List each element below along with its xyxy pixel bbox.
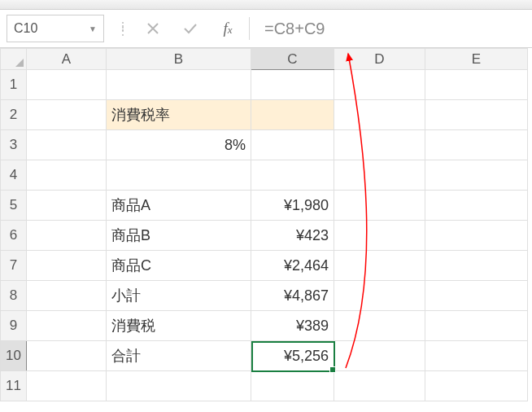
cell-A10[interactable] xyxy=(27,341,107,371)
cell-D2[interactable] xyxy=(334,100,425,130)
confirm-formula-button[interactable] xyxy=(174,15,207,42)
cell-B2[interactable]: 消費税率 xyxy=(107,100,251,130)
cell-A3[interactable] xyxy=(27,130,107,160)
x-icon xyxy=(146,22,159,35)
cell-D11[interactable] xyxy=(334,371,425,401)
cell-B3[interactable]: 8% xyxy=(107,130,251,160)
cell-D10[interactable] xyxy=(334,341,425,371)
ribbon-stub xyxy=(0,0,532,10)
row-header-9[interactable]: 9 xyxy=(1,311,27,341)
cell-B5[interactable]: 商品A xyxy=(107,191,251,221)
cell-D1[interactable] xyxy=(334,70,425,100)
cell-D4[interactable] xyxy=(334,160,425,191)
cell-B4[interactable] xyxy=(107,160,251,191)
cell-A11[interactable] xyxy=(27,371,107,401)
cell-B9[interactable]: 消費税 xyxy=(107,311,251,341)
cell-D8[interactable] xyxy=(334,281,425,311)
row-header-8[interactable]: 8 xyxy=(1,281,27,311)
spreadsheet-grid: A B C D E 1 2 消費税率 3 8% xyxy=(0,47,532,401)
col-header-D[interactable]: D xyxy=(334,49,425,70)
cell-C6[interactable]: ¥423 xyxy=(251,221,334,251)
formula-bar: C10 ▼ ⋮⋮ fx =C8+C9 xyxy=(0,10,532,47)
cell-C1[interactable] xyxy=(251,70,334,100)
cell-B11[interactable] xyxy=(107,371,251,401)
cell-E10[interactable] xyxy=(425,341,528,371)
col-header-E[interactable]: E xyxy=(425,49,528,70)
check-icon xyxy=(183,22,198,35)
insert-function-button[interactable]: fx xyxy=(211,15,244,42)
cell-E3[interactable] xyxy=(425,130,528,160)
cell-E7[interactable] xyxy=(425,251,528,281)
cell-A2[interactable] xyxy=(27,100,107,130)
cell-C3[interactable] xyxy=(251,130,334,160)
row-header-3[interactable]: 3 xyxy=(1,130,27,160)
row-header-11[interactable]: 11 xyxy=(1,371,27,401)
row-header-1[interactable]: 1 xyxy=(1,70,27,100)
cell-C4[interactable] xyxy=(251,160,334,191)
cell-A4[interactable] xyxy=(27,160,107,191)
cell-C10[interactable]: ¥5,256 xyxy=(251,341,334,371)
row-header-5[interactable]: 5 xyxy=(1,191,27,221)
cell-D3[interactable] xyxy=(334,130,425,160)
cell-A1[interactable] xyxy=(27,70,107,100)
cancel-formula-button[interactable] xyxy=(137,15,169,42)
cell-E5[interactable] xyxy=(425,191,528,221)
formula-text: =C8+C9 xyxy=(264,20,325,38)
row-header-7[interactable]: 7 xyxy=(1,251,27,281)
cell-E8[interactable] xyxy=(425,281,528,311)
cell-D9[interactable] xyxy=(334,311,425,341)
row-header-10[interactable]: 10 xyxy=(1,341,27,371)
cell-B8[interactable]: 小計 xyxy=(107,281,251,311)
name-box-dropdown-icon[interactable]: ▼ xyxy=(89,24,97,33)
cell-B1[interactable] xyxy=(107,70,251,100)
cell-C5[interactable]: ¥1,980 xyxy=(251,191,334,221)
cell-D5[interactable] xyxy=(334,191,425,221)
grid-table: A B C D E 1 2 消費税率 3 8% xyxy=(0,48,528,401)
cell-C8[interactable]: ¥4,867 xyxy=(251,281,334,311)
cell-E4[interactable] xyxy=(425,160,528,191)
cell-B6[interactable]: 商品B xyxy=(107,221,251,251)
name-box[interactable]: C10 ▼ xyxy=(7,15,104,42)
cell-A8[interactable] xyxy=(27,281,107,311)
formula-bar-divider xyxy=(249,17,250,40)
name-box-value: C10 xyxy=(14,21,37,36)
cell-C9[interactable]: ¥389 xyxy=(251,311,334,341)
formula-bar-grip-icon[interactable]: ⋮⋮ xyxy=(117,24,124,33)
cell-C7[interactable]: ¥2,464 xyxy=(251,251,334,281)
cell-D6[interactable] xyxy=(334,221,425,251)
cell-E11[interactable] xyxy=(425,371,528,401)
col-header-A[interactable]: A xyxy=(27,49,107,70)
cell-C11[interactable] xyxy=(251,371,334,401)
select-all-corner[interactable] xyxy=(1,49,27,70)
row-header-4[interactable]: 4 xyxy=(1,160,27,191)
formula-input[interactable]: =C8+C9 xyxy=(255,15,525,42)
cell-A7[interactable] xyxy=(27,251,107,281)
cell-E2[interactable] xyxy=(425,100,528,130)
row-header-6[interactable]: 6 xyxy=(1,221,27,251)
row-header-2[interactable]: 2 xyxy=(1,100,27,130)
col-header-C[interactable]: C xyxy=(251,49,334,70)
cell-B10[interactable]: 合計 xyxy=(107,341,251,371)
cell-D7[interactable] xyxy=(334,251,425,281)
cell-A5[interactable] xyxy=(27,191,107,221)
cell-A6[interactable] xyxy=(27,221,107,251)
cell-C2[interactable] xyxy=(251,100,334,130)
cell-E9[interactable] xyxy=(425,311,528,341)
cell-E6[interactable] xyxy=(425,221,528,251)
cell-B7[interactable]: 商品C xyxy=(107,251,251,281)
cell-A9[interactable] xyxy=(27,311,107,341)
col-header-B[interactable]: B xyxy=(107,49,251,70)
fx-icon: fx xyxy=(223,20,232,37)
cell-E1[interactable] xyxy=(425,70,528,100)
